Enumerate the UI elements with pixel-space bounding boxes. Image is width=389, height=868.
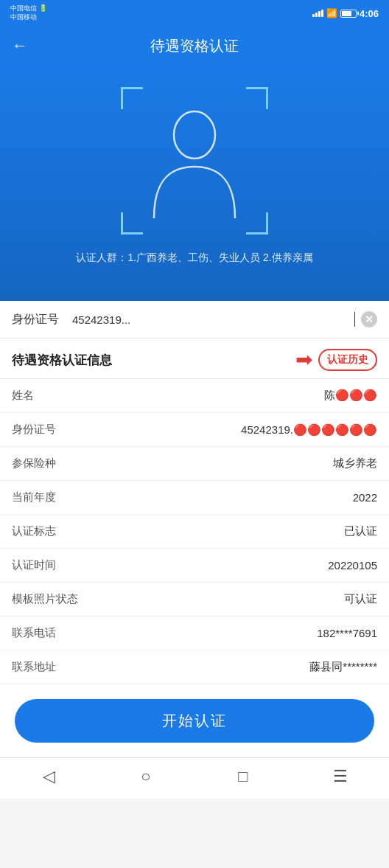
- battery-icon: [340, 10, 357, 18]
- recent-nav-icon[interactable]: □: [228, 763, 258, 790]
- carrier2-label: 中国移动: [10, 13, 47, 22]
- info-row-year: 当前年度 2022: [0, 481, 389, 515]
- back-nav-icon[interactable]: ◁: [34, 763, 63, 790]
- info-header-row: 待遇资格认证信息 ➡ 认证历史: [0, 338, 389, 379]
- address-value: 藤县同********: [309, 660, 377, 674]
- bottom-nav: ◁ ○ □ ☰: [0, 757, 389, 799]
- corner-tl: [121, 87, 143, 109]
- id-input-wrapper: [72, 312, 361, 327]
- info-row-id: 身份证号 45242319.🔴🔴🔴🔴🔴🔴: [0, 413, 389, 447]
- insurance-value: 城乡养老: [333, 456, 377, 471]
- photo-value: 可认证: [344, 592, 377, 606]
- start-btn-area: 开始认证: [0, 684, 389, 757]
- back-button[interactable]: ←: [12, 38, 28, 54]
- info-row-insurance-type: 参保险种 城乡养老: [0, 447, 389, 481]
- info-row-cert-flag: 认证标志 已认证: [0, 515, 389, 549]
- info-rows-container: 姓名 陈🔴🔴🔴 身份证号 45242319.🔴🔴🔴🔴🔴🔴 参保险种 城乡养老 当…: [0, 379, 389, 684]
- year-value: 2022: [353, 491, 377, 504]
- id-row-value: 45242319.🔴🔴🔴🔴🔴🔴: [241, 423, 377, 437]
- status-right: 📶 4:06: [312, 8, 379, 19]
- face-hint-text: 认证人群：1.广西养老、工伤、失业人员 2.供养亲属: [76, 249, 312, 265]
- info-row-cert-time: 认证时间 20220105: [0, 549, 389, 583]
- red-arrow-icon: ➡: [295, 350, 312, 370]
- clear-button[interactable]: ✕: [361, 311, 377, 327]
- signal-icon: [312, 10, 323, 17]
- phone-value: 182****7691: [317, 627, 377, 639]
- person-silhouette-icon: [147, 104, 242, 218]
- id-label: 身份证号: [12, 312, 63, 327]
- year-label: 当前年度: [12, 490, 56, 504]
- page-title: 待遇资格认证: [40, 36, 349, 56]
- photo-label: 模板照片状态: [12, 592, 78, 606]
- menu-nav-icon[interactable]: ☰: [326, 763, 355, 790]
- phone-label: 联系电话: [12, 626, 56, 640]
- name-value: 陈🔴🔴🔴: [324, 389, 377, 403]
- name-label: 姓名: [12, 389, 34, 403]
- face-frame: [121, 87, 268, 235]
- info-row-phone: 联系电话 182****7691: [0, 617, 389, 650]
- cert-time-label: 认证时间: [12, 558, 56, 572]
- start-certification-button[interactable]: 开始认证: [15, 699, 374, 743]
- insurance-label: 参保险种: [12, 456, 56, 471]
- carrier1-label: 中国电信 🔋: [10, 4, 47, 13]
- id-row-label: 身份证号: [12, 423, 56, 437]
- home-nav-icon[interactable]: ○: [131, 763, 161, 790]
- cursor-divider: [354, 312, 355, 327]
- carrier-info: 中国电信 🔋 中国移动: [10, 4, 47, 21]
- cert-time-value: 20220105: [328, 559, 377, 572]
- face-scan-section: 认证人群：1.广西养老、工伤、失业人员 2.供养亲属: [0, 65, 389, 301]
- info-row-address: 联系地址 藤县同********: [0, 650, 389, 684]
- status-bar: 中国电信 🔋 中国移动 📶 4:06: [0, 0, 389, 27]
- corner-bl: [121, 212, 143, 235]
- info-row-name: 姓名 陈🔴🔴🔴: [0, 379, 389, 413]
- svg-point-0: [174, 111, 215, 159]
- time-label: 4:06: [360, 8, 379, 19]
- top-nav: ← 待遇资格认证: [0, 27, 389, 65]
- wifi-icon: 📶: [326, 8, 337, 18]
- id-input-row: 身份证号 ✕: [0, 301, 389, 338]
- corner-tr: [246, 87, 268, 109]
- corner-br: [246, 212, 268, 235]
- info-section-title: 待遇资格认证信息: [12, 352, 112, 369]
- id-input[interactable]: [72, 313, 354, 326]
- content-area: 身份证号 ✕ 待遇资格认证信息 ➡ 认证历史 姓名 陈🔴🔴🔴 身份证号 4524…: [0, 301, 389, 757]
- address-label: 联系地址: [12, 660, 56, 674]
- history-button[interactable]: 认证历史: [318, 349, 377, 371]
- history-badge-area: ➡ 认证历史: [295, 349, 377, 371]
- info-row-photo-status: 模板照片状态 可认证: [0, 583, 389, 617]
- cert-flag-label: 认证标志: [12, 524, 56, 538]
- cert-flag-value: 已认证: [344, 524, 377, 538]
